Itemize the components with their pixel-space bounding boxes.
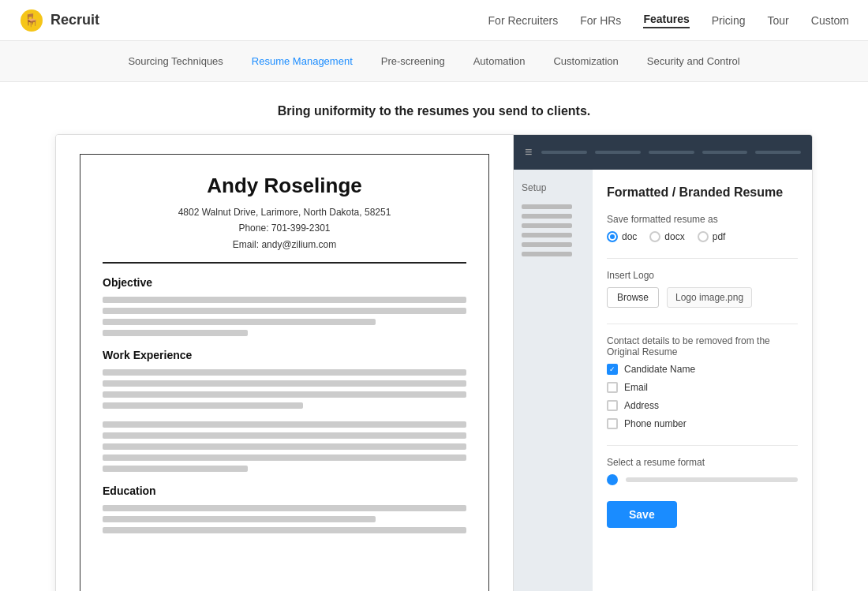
subnav-prescreening[interactable]: Pre-screening [381, 55, 445, 67]
radio-dot-doc [607, 231, 618, 242]
education-lines [103, 505, 466, 533]
line [103, 319, 376, 325]
line [103, 454, 466, 461]
save-button[interactable]: Save [607, 501, 677, 528]
radio-docx[interactable]: docx [649, 231, 684, 242]
hero-title: Bring uniformity to the resumes you send… [19, 104, 849, 118]
subnav-resume-management[interactable]: Resume Management [252, 55, 353, 67]
sub-nav: Sourcing Techniques Resume Management Pr… [0, 41, 868, 82]
checkbox-group: Candidate Name Email Address [607, 364, 798, 429]
subnav-customization[interactable]: Customization [553, 55, 618, 67]
nav-for-recruiters[interactable]: For Recruiters [488, 14, 559, 27]
nav-tour[interactable]: Tour [768, 14, 789, 27]
line [103, 527, 466, 533]
resume-section-objective: Objective [103, 276, 466, 289]
line [103, 505, 466, 511]
top-nav: 🪑 Recruit For Recruiters For HRs Feature… [0, 0, 868, 41]
insert-logo-label: Insert Logo [607, 270, 798, 281]
header-bar-lines [541, 151, 801, 154]
form-divider-1 [607, 258, 798, 259]
sidebar-line [522, 242, 572, 247]
resume-email: Email: andy@zilium.com [103, 237, 466, 252]
logo-area: 🪑 Recruit [19, 8, 99, 33]
sidebar-line [522, 204, 572, 209]
bar-line [649, 151, 694, 154]
line [103, 330, 248, 336]
hero-section: Bring uniformity to the resumes you send… [0, 82, 868, 134]
checkbox-candidate-name[interactable]: Candidate Name [607, 364, 798, 375]
line [103, 432, 466, 439]
checkbox-box-address [607, 400, 618, 411]
checkbox-phone[interactable]: Phone number [607, 418, 798, 429]
checkbox-box-email [607, 382, 618, 393]
sidebar-line [522, 252, 572, 256]
logo-text: Recruit [51, 12, 99, 28]
sidebar-line [522, 223, 572, 228]
line [103, 421, 466, 428]
panel-header-bar: ≡ [514, 135, 812, 170]
sidebar-lines [522, 204, 585, 256]
line [103, 516, 376, 522]
resume-divider [103, 262, 466, 264]
nav-features[interactable]: Features [643, 13, 689, 28]
form-divider-3 [607, 445, 798, 446]
radio-doc[interactable]: doc [607, 231, 637, 242]
nav-for-hrs[interactable]: For HRs [580, 14, 621, 27]
sidebar-line [522, 233, 572, 238]
panel-form: Formatted / Branded Resume Save formatte… [593, 170, 812, 591]
svg-text:🪑: 🪑 [24, 13, 39, 28]
line [103, 402, 303, 409]
line [103, 380, 466, 387]
top-nav-links: For Recruiters For HRs Features Pricing … [488, 13, 849, 28]
checkbox-address[interactable]: Address [607, 400, 798, 411]
line [103, 308, 466, 314]
checkbox-email[interactable]: Email [607, 382, 798, 393]
radio-dot-pdf [698, 231, 709, 242]
resume-name: Andy Roselinge [103, 174, 466, 198]
contact-removal-section: Contact details to be removed from the O… [607, 335, 798, 429]
nav-custom[interactable]: Custom [811, 14, 849, 27]
format-line [626, 477, 798, 482]
subnav-automation[interactable]: Automation [473, 55, 526, 67]
resume-address: 4802 Walnut Drive, Larimore, North Dakot… [103, 204, 466, 220]
line [103, 466, 248, 472]
form-title: Formatted / Branded Resume [607, 185, 798, 200]
logo-filename: Logo image.png [667, 287, 752, 308]
resume-section-education: Education [103, 484, 466, 497]
radio-pdf[interactable]: pdf [698, 231, 726, 242]
line [103, 369, 466, 376]
line [103, 443, 466, 450]
nav-pricing[interactable]: Pricing [712, 14, 746, 27]
sidebar-line [522, 214, 572, 219]
insert-logo-section: Insert Logo Browse Logo image.png [607, 270, 798, 308]
resume-section-work: Work Experience [103, 349, 466, 361]
save-as-radio-group: doc docx pdf [607, 231, 798, 242]
logo-row: Browse Logo image.png [607, 287, 798, 308]
subnav-sourcing[interactable]: Sourcing Techniques [128, 55, 223, 67]
recruit-logo-icon: 🪑 [19, 8, 44, 33]
objective-lines [103, 297, 466, 336]
format-dot [607, 474, 618, 485]
line [103, 391, 466, 398]
format-row [607, 474, 798, 485]
work-lines-2 [103, 421, 466, 472]
right-panel: ≡ Setup [514, 135, 812, 591]
checkbox-box-name [607, 364, 618, 375]
hamburger-icon: ≡ [525, 145, 532, 159]
resume-contact: 4802 Walnut Drive, Larimore, North Dakot… [103, 204, 466, 252]
panel-sidebar: Setup [514, 170, 593, 591]
radio-dot-docx [649, 231, 660, 242]
bar-line [541, 151, 587, 154]
resume-format-section: Select a resume format [607, 457, 798, 485]
save-as-section: Save formatted resume as doc docx [607, 214, 798, 242]
resume-preview: Andy Roselinge 4802 Walnut Drive, Larimo… [56, 135, 514, 591]
bar-line [595, 151, 641, 154]
contact-removal-label: Contact details to be removed from the O… [607, 335, 798, 357]
subnav-security[interactable]: Security and Control [647, 55, 740, 67]
browse-button[interactable]: Browse [607, 287, 659, 308]
resume-format-label: Select a resume format [607, 457, 798, 468]
main-content: Andy Roselinge 4802 Walnut Drive, Larimo… [0, 134, 868, 591]
form-divider-2 [607, 324, 798, 324]
content-wrapper: Andy Roselinge 4802 Walnut Drive, Larimo… [55, 134, 813, 591]
save-as-label: Save formatted resume as [607, 214, 798, 225]
